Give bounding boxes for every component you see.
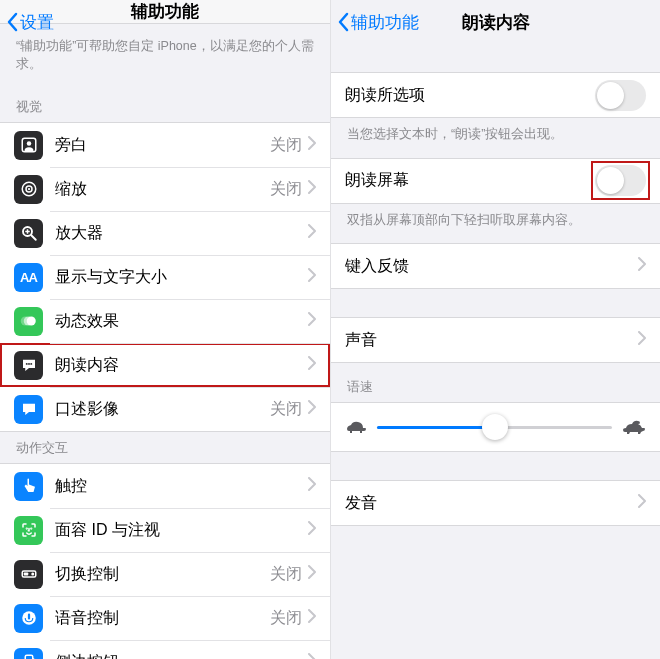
back-button-right[interactable]: 辅助功能: [337, 0, 419, 44]
row-label: 面容 ID 与注视: [55, 520, 308, 541]
group-typing: 键入反馈: [331, 243, 660, 289]
row-status: 关闭: [270, 564, 302, 585]
accessibility-pane: 设置 辅助功能 “辅助功能”可帮助您自定 iPhone，以满足您的个人需求。 视…: [0, 0, 330, 659]
back-label-left: 设置: [20, 11, 54, 34]
audiodesc-icon: [14, 395, 43, 424]
group-rate: [331, 402, 660, 452]
chevron-right-icon: [308, 609, 316, 627]
switchctrl-icon: [14, 560, 43, 589]
svg-point-16: [30, 528, 31, 529]
chevron-right-icon: [638, 494, 646, 512]
textsize-icon: AA: [14, 263, 43, 292]
row-touch[interactable]: 触控: [0, 464, 330, 508]
motor-group: 触控面容 ID 与注视切换控制关闭语音控制关闭侧边按钮: [0, 463, 330, 659]
back-button-left[interactable]: 设置: [6, 0, 54, 44]
group-selection: 朗读所选项: [331, 72, 660, 118]
row-speak-screen[interactable]: 朗读屏幕: [331, 159, 660, 203]
chevron-right-icon: [308, 477, 316, 495]
section-header-rate: 语速: [331, 363, 660, 402]
section-header-vision: 视觉: [0, 91, 330, 122]
back-label-right: 辅助功能: [351, 11, 419, 34]
chevron-right-icon: [308, 565, 316, 583]
tortoise-icon: [345, 419, 367, 435]
row-voiceover[interactable]: 旁白关闭: [0, 123, 330, 167]
row-label: 显示与文字大小: [55, 267, 308, 288]
svg-rect-18: [23, 573, 28, 576]
row-label: 语音控制: [55, 608, 270, 629]
row-label: 朗读内容: [55, 355, 308, 376]
touch-icon: [14, 472, 43, 501]
row-status: 关闭: [270, 135, 302, 156]
row-label: 侧边按钮: [55, 652, 308, 660]
toggle-speak-screen[interactable]: [595, 165, 646, 196]
row-label: 缩放: [55, 179, 270, 200]
row-speak-selection[interactable]: 朗读所选项: [331, 73, 660, 117]
row-status: 关闭: [270, 608, 302, 629]
group-screen: 朗读屏幕: [331, 158, 660, 204]
svg-rect-22: [25, 655, 33, 659]
chevron-right-icon: [638, 331, 646, 349]
toggle-speak-selection[interactable]: [595, 80, 646, 111]
row-sidebutton[interactable]: 侧边按钮: [0, 640, 330, 659]
row-voices[interactable]: 声音: [331, 318, 660, 362]
svg-point-15: [26, 528, 27, 529]
row-label: 朗读屏幕: [345, 170, 595, 191]
row-textsize[interactable]: AA显示与文字大小: [0, 255, 330, 299]
row-label: 键入反馈: [345, 256, 638, 277]
svg-point-12: [25, 363, 27, 365]
row-label: 旁白: [55, 135, 270, 156]
nav-title-left: 辅助功能: [131, 0, 199, 23]
row-label: 触控: [55, 476, 308, 497]
row-audiodesc[interactable]: 口述影像关闭: [0, 387, 330, 431]
group-voices: 声音: [331, 317, 660, 363]
nav-title-right: 朗读内容: [462, 11, 530, 34]
chevron-right-icon: [308, 312, 316, 330]
note-screen: 双指从屏幕顶部向下轻扫听取屏幕内容。: [331, 204, 660, 244]
zoom-icon: [14, 175, 43, 204]
row-label: 发音: [345, 493, 638, 514]
slider-fill: [377, 426, 495, 429]
faceid-icon: [14, 516, 43, 545]
row-label: 朗读所选项: [345, 85, 595, 106]
voicectrl-icon: [14, 604, 43, 633]
chevron-right-icon: [308, 268, 316, 286]
row-label: 动态效果: [55, 311, 308, 332]
chevron-right-icon: [308, 400, 316, 418]
magnifier-icon: [14, 219, 43, 248]
navbar-left: 设置 辅助功能: [0, 0, 330, 24]
row-switchctrl[interactable]: 切换控制关闭: [0, 552, 330, 596]
svg-point-11: [20, 317, 29, 326]
chevron-right-icon: [638, 257, 646, 275]
svg-point-1: [26, 141, 31, 146]
chevron-right-icon: [308, 356, 316, 374]
row-typing-feedback[interactable]: 键入反馈: [331, 244, 660, 288]
speech-icon: [14, 351, 43, 380]
motion-icon: [14, 307, 43, 336]
chevron-right-icon: [308, 180, 316, 198]
rate-slider[interactable]: [377, 426, 612, 429]
chevron-right-icon: [308, 136, 316, 154]
row-voicectrl[interactable]: 语音控制关闭: [0, 596, 330, 640]
row-magnifier[interactable]: 放大器: [0, 211, 330, 255]
note-selection: 当您选择文本时，“朗读”按钮会出现。: [331, 118, 660, 158]
row-faceid[interactable]: 面容 ID 与注视: [0, 508, 330, 552]
row-pronunciation[interactable]: 发音: [331, 481, 660, 525]
chevron-left-icon: [337, 12, 349, 32]
sidebutton-icon: [14, 648, 43, 660]
voiceover-icon: [14, 131, 43, 160]
svg-line-6: [31, 235, 36, 240]
chevron-left-icon: [6, 12, 18, 32]
row-speaking-rate: [331, 403, 660, 451]
row-motion[interactable]: 动态效果: [0, 299, 330, 343]
svg-rect-21: [27, 614, 29, 620]
chevron-right-icon: [308, 521, 316, 539]
svg-point-13: [28, 363, 30, 365]
row-label: 声音: [345, 330, 638, 351]
slider-thumb[interactable]: [482, 414, 508, 440]
svg-point-14: [30, 363, 32, 365]
row-label: 切换控制: [55, 564, 270, 585]
row-status: 关闭: [270, 399, 302, 420]
row-zoom[interactable]: 缩放关闭: [0, 167, 330, 211]
row-speech[interactable]: 朗读内容: [0, 343, 330, 387]
row-status: 关闭: [270, 179, 302, 200]
